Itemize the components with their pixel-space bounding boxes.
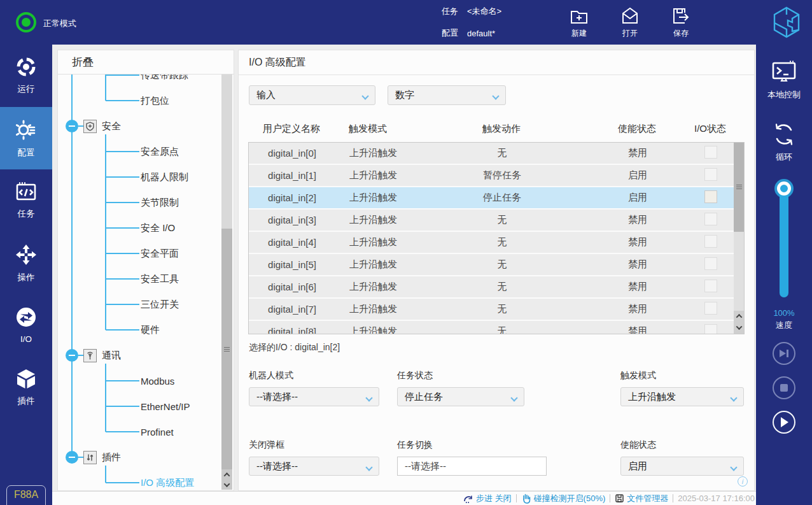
tree-item-safety[interactable]: 安全 [58,113,221,139]
tree-item-label: EtherNet/IP [141,401,190,412]
tree-item-communication[interactable]: 通讯 [58,343,221,368]
tree-item-plugin[interactable]: 插件 [58,445,221,470]
tree-item-safety-origin[interactable]: 安全原点 [58,139,221,164]
task-name: <未命名> [467,6,501,17]
robot-mode-select[interactable]: --请选择-- [249,387,379,406]
io-status-checkbox[interactable] [704,190,717,203]
io-status-checkbox[interactable] [704,168,717,181]
robot-mode-field: 机器人模式 --请选择-- [249,370,397,406]
tree-item-joint-limits[interactable]: 关节限制 [58,190,221,215]
loop-button[interactable]: 循环 [756,121,812,163]
io-status-checkbox[interactable] [704,146,717,159]
io-status-checkbox[interactable] [704,324,717,334]
io-table-row[interactable]: digital_in[7]上升沿触发无禁用 [249,299,744,321]
tree-connector [106,75,139,76]
trigger-mode-label: 触发模式 [620,370,744,381]
sidebar-item-task[interactable]: 任务 [0,169,52,232]
scroll-down-button[interactable] [734,321,744,334]
save-button[interactable]: 保存 [662,6,700,39]
collision-detection-toggle[interactable]: 碰撞检测开启(50%) [521,493,606,504]
tree-item-safety-io[interactable]: 安全 I/O [58,215,221,241]
io-type-select[interactable]: 数字 [388,85,506,105]
io-status-checkbox[interactable] [704,213,717,225]
tree-item-robot-limits[interactable]: 机器人限制 [58,164,221,190]
info-icon[interactable]: i [738,476,748,487]
io-direction-select[interactable]: 输入 [249,85,375,105]
cube-icon [15,368,38,390]
table-scrollbar-thumb[interactable] [734,143,744,232]
io-table-row[interactable]: digital_in[2]上升沿触发停止任务启用 [249,187,744,210]
cell-action: 无 [414,147,590,159]
sidebar-item-plugin[interactable]: 插件 [0,357,52,419]
step-icon [463,494,473,503]
speed-slider-handle[interactable] [777,181,791,196]
tree-item-packing-position[interactable]: 打包位 [58,88,221,113]
tree-connector [106,100,139,101]
io-table-row[interactable]: digital_in[6]上升沿触发无禁用 [249,276,744,299]
status-bar: 步进 关闭 碰撞检测开启(50%) 文件管理器 2025-03-17 17:16… [52,491,756,505]
speed-slider[interactable] [780,186,788,297]
sidebar-item-operate[interactable]: 操作 [0,232,52,294]
local-control-button[interactable]: 本地控制 [756,60,812,101]
tree-connector [106,304,139,305]
task-switch-input[interactable]: --请选择-- [397,457,547,476]
scroll-up-button[interactable] [221,469,232,480]
io-status-checkbox[interactable] [704,280,717,292]
enable-state-select[interactable]: 启用 [620,457,744,476]
io-status-checkbox[interactable] [704,257,717,270]
trigger-mode-select[interactable]: 上升沿触发 [620,387,744,406]
clock: 2025-03-17 17:16:00 [678,494,755,503]
io-table-row[interactable]: digital_in[3]上升沿触发无禁用 [249,210,744,232]
step-forward-button[interactable] [773,342,795,365]
cell-enable: 禁用 [590,281,685,293]
collapse-toggle[interactable] [66,120,78,132]
stop-button[interactable] [773,376,795,399]
config-name: default* [467,29,495,38]
close-popup-select[interactable]: --请选择-- [249,457,379,476]
step-toggle[interactable]: 步进 关闭 [463,493,512,504]
cell-enable: 启用 [590,169,685,181]
chevron-down-icon [510,394,517,401]
play-button[interactable] [773,411,795,434]
tree-item-profinet[interactable]: Profinet [58,419,221,445]
sidebar-item-io[interactable]: I/O [0,294,52,357]
file-manager-button[interactable]: 文件管理器 [615,493,668,504]
collapse-all-button[interactable]: 折叠 [58,50,234,75]
tree-item-ethernet-ip[interactable]: EtherNet/IP [58,394,221,419]
open-button[interactable]: 打开 [611,6,649,39]
tree-item-io-advanced-config[interactable]: I/O 高级配置 [58,470,221,491]
task-state-select[interactable]: 停止任务 [397,387,524,406]
tree-scrollbar[interactable] [221,75,232,490]
scroll-up-button[interactable] [734,311,744,321]
tree-scrollbar-thumb[interactable] [221,229,232,470]
io-table-row[interactable]: digital_in[1]上升沿触发暂停任务启用 [249,165,744,187]
tree-item-three-position-switch[interactable]: 三位开关 [58,292,221,317]
io-table-row[interactable]: digital_in[4]上升沿触发无禁用 [249,232,744,254]
sidebar-item-run[interactable]: 运行 [0,45,52,107]
io-direction-value: 输入 [256,89,276,101]
io-status-checkbox[interactable] [704,235,717,248]
io-status-checkbox[interactable] [704,302,717,315]
tree-item-hardware[interactable]: 硬件 [58,317,221,343]
cell-name: digital_in[1] [249,170,335,181]
io-table-row[interactable]: digital_in[5]上升沿触发无禁用 [249,254,744,276]
io-table-row[interactable]: digital_in[8]上升沿触发无禁用 [249,321,744,334]
chevron-down-icon [365,464,372,471]
tree-item-conveyor-tracking[interactable]: 传送带跟踪 [58,75,221,88]
col-enable-state: 使能状态 [589,123,685,135]
new-button[interactable]: 新建 [560,6,598,39]
content-area: 折叠 传送带跟踪打包位安全安全原点机器人限制关节限制安全 I/O安全平面安全工具… [52,45,756,505]
scroll-down-button[interactable] [221,480,232,490]
tree-item-safety-plane[interactable]: 安全平面 [58,241,221,266]
collapse-toggle[interactable] [66,349,78,362]
divider [610,494,610,502]
status-badge: F88A [6,485,46,505]
tree-connector [106,227,139,229]
tree-item-modbus[interactable]: Modbus [58,368,221,394]
app: 正常模式 任务 <未命名> 配置 default* 新建 [0,0,812,505]
io-table-row[interactable]: digital_in[0]上升沿触发无禁用 [249,143,744,165]
collapse-toggle[interactable] [66,451,78,464]
tree-item-safety-tool[interactable]: 安全工具 [58,266,221,292]
sidebar-item-config[interactable]: 配置 [0,107,52,169]
table-scrollbar[interactable] [734,143,744,334]
